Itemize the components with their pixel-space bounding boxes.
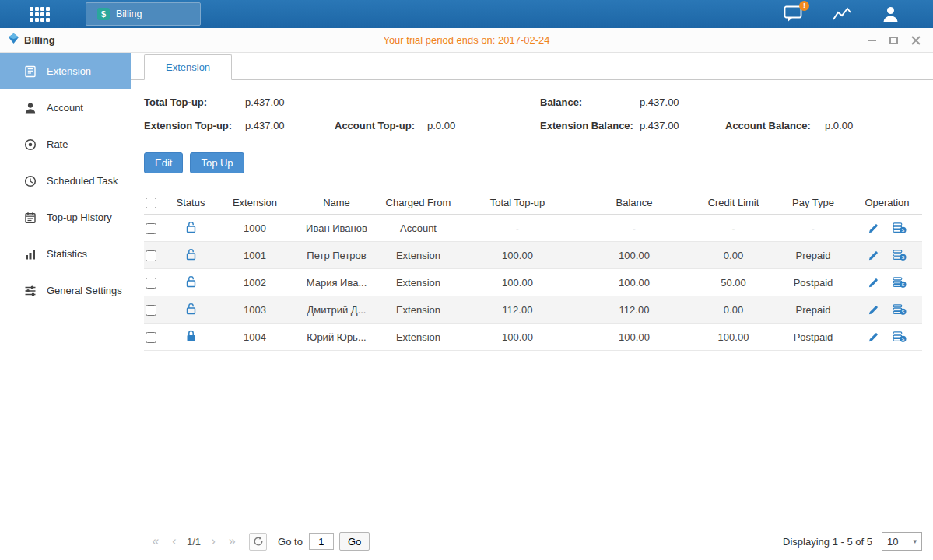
close-button[interactable] [911,36,921,45]
next-page-icon[interactable]: › [204,533,223,550]
col-header-charged-from: Charged From [377,191,459,215]
clock-icon [23,175,37,187]
chevron-down-icon: ▾ [913,537,917,545]
sidebar-item-topup-history[interactable]: Top-up History [0,199,131,236]
edit-icon[interactable] [868,250,879,261]
sliders-icon [23,285,37,297]
total-topup-cell: 112.00 [459,296,576,324]
minimize-button[interactable] [868,40,876,41]
charged-from-cell: Extension [377,324,459,351]
prev-page-icon[interactable]: ‹ [165,533,184,550]
tab-extension[interactable]: Extension [144,54,232,80]
extension-cell: 1003 [214,296,296,324]
total-topup-label: Total Top-up: [144,91,245,114]
col-header-balance: Balance [576,191,693,215]
sidebar-item-general-settings[interactable]: General Settings [0,272,131,309]
edit-icon[interactable] [868,222,879,234]
balance-cell: 100.00 [576,269,693,296]
lock-status-icon[interactable] [185,303,197,315]
sidebar-item-label: Statistics [47,248,87,260]
notifications-icon[interactable]: ! [783,5,803,23]
notification-badge: ! [799,1,809,11]
billing-app-tab[interactable]: $ Billing [86,2,201,26]
edit-icon[interactable] [868,331,879,343]
last-page-icon[interactable]: » [223,533,241,550]
extension-card-icon [23,65,37,78]
page-info: 1/1 [187,536,201,548]
extension-cell: 1002 [214,269,296,296]
svg-text:$: $ [902,227,905,233]
lock-status-icon[interactable] [185,330,197,342]
credit-limit-cell: 100.00 [693,324,774,351]
page-size-select[interactable]: 10 ▾ [882,532,922,551]
charged-from-cell: Extension [377,269,459,296]
total-topup-cell: 100.00 [459,242,576,269]
col-header-operation: Operation [852,191,922,215]
billing-logo-icon [8,33,19,47]
goto-page-input[interactable] [309,533,334,550]
extension-balance-label: Extension Balance: [540,114,640,138]
col-header-pay-type: Pay Type [774,191,852,215]
edit-button[interactable]: Edit [144,152,183,173]
topup-icon[interactable]: $ [893,331,907,343]
pay-type-cell: Postpaid [774,269,852,296]
credit-limit-cell: 50.00 [693,269,774,296]
table-row: 1002 Мария Ива... Extension 100.00 100.0… [144,269,922,296]
pay-type-cell: - [774,215,852,242]
window-title: Billing [24,34,55,46]
sidebar-item-rate[interactable]: Rate [0,126,131,163]
row-checkbox[interactable] [146,250,156,261]
lock-status-icon[interactable] [185,248,197,261]
billing-tab-label: Billing [116,9,142,19]
extension-cell: 1001 [214,242,296,269]
user-icon[interactable] [881,5,900,23]
account-topup-value: p.0.00 [427,114,540,138]
sidebar-item-label: Account [47,102,83,114]
sidebar-item-label: General Settings [47,285,122,296]
topup-icon[interactable]: $ [893,249,907,261]
balance-cell: 100.00 [576,324,693,351]
select-all-checkbox[interactable] [146,198,156,208]
billing-dollar-icon: $ [97,8,110,20]
row-checkbox[interactable] [146,223,156,234]
svg-text:$: $ [902,254,905,260]
action-buttons: Edit Top Up [144,152,922,173]
topup-icon[interactable]: $ [893,276,907,289]
balance-cell: 100.00 [576,242,693,269]
person-icon [23,102,37,114]
lock-status-icon[interactable] [185,221,197,233]
total-topup-cell: 100.00 [459,324,576,351]
refresh-icon[interactable] [249,533,267,551]
row-checkbox[interactable] [146,332,156,343]
charged-from-cell: Extension [377,242,459,269]
lock-status-icon[interactable] [185,275,197,288]
balance-cell: 112.00 [576,296,693,324]
balance-value: p.437.00 [640,91,725,114]
sidebar-item-extension[interactable]: Extension [0,53,131,89]
apps-grid-icon[interactable] [30,7,50,22]
balance-label: Balance: [540,91,640,114]
sidebar-item-scheduled-task[interactable]: Scheduled Task [0,163,131,199]
go-button[interactable]: Go [339,532,370,551]
table-row: 1004 Юрий Юрь... Extension 100.00 100.00… [144,324,922,351]
row-checkbox[interactable] [146,305,156,316]
row-checkbox[interactable] [146,278,156,289]
line-chart-icon[interactable] [831,5,853,23]
topup-icon[interactable]: $ [893,222,907,234]
pay-type-cell: Prepaid [774,242,852,269]
table-header-row: Status Extension Name Charged From Total… [144,191,922,215]
edit-icon[interactable] [868,277,879,289]
edit-icon[interactable] [868,304,879,316]
topup-icon[interactable]: $ [893,303,907,316]
top-up-button[interactable]: Top Up [190,152,244,173]
extension-topup-label: Extension Top-up: [144,114,245,138]
name-cell: Юрий Юрь... [296,324,377,351]
sidebar-item-statistics[interactable]: Statistics [0,236,131,272]
maximize-button[interactable] [889,37,898,44]
pagination-bar: « ‹ 1/1 › » Go to Go Displaying 1 - 5 of… [144,524,922,560]
credit-limit-cell: 0.00 [693,242,774,269]
sidebar-item-account[interactable]: Account [0,89,131,126]
sidebar-item-label: Top-up History [47,212,112,223]
first-page-icon[interactable]: « [146,533,165,550]
sidebar-item-label: Rate [47,138,68,150]
